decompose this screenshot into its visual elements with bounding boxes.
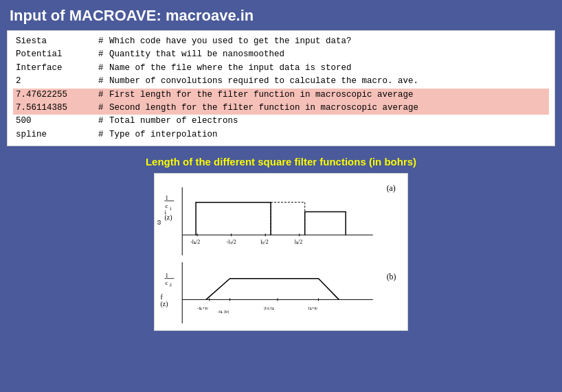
row-comment: Second length for the filter function in… — [106, 102, 549, 115]
row-value: Siesta — [13, 35, 95, 48]
row-comment: Type of interpolation — [106, 128, 549, 141]
svg-text:-l₀/2: -l₀/2 — [227, 239, 236, 245]
row-hash: # — [95, 89, 106, 102]
table-row: Interface # Name of the file where the i… — [13, 62, 549, 75]
subtitle: Length of the different square filter fu… — [0, 156, 562, 168]
svg-text:c: c — [165, 203, 168, 209]
chart-area: (a) (b) ω i (z) 1 c 1 f (z) 1 c — [0, 173, 562, 331]
svg-text:c: c — [165, 279, 168, 286]
row-value: 2 — [13, 75, 95, 88]
svg-text:2: 2 — [169, 282, 172, 287]
code-table: Siesta # Which code have you used to get… — [13, 35, 549, 141]
row-value: 7.56114385 — [13, 102, 95, 115]
row-value: Potential — [13, 48, 95, 61]
row-hash: # — [95, 35, 106, 48]
svg-text:|l₀| l₁: |l₀| l₁ — [264, 305, 273, 310]
svg-text:ω: ω — [155, 220, 162, 224]
table-row: Potential # Quantity that will be nanosm… — [13, 48, 549, 61]
svg-text:-l₁+l₀: -l₁+l₀ — [197, 305, 208, 310]
code-table-container: Siesta # Which code have you used to get… — [7, 30, 555, 146]
svg-text:-l₁/2: -l₁/2 — [190, 239, 200, 245]
svg-text:l₀/2: l₀/2 — [260, 239, 268, 245]
row-value: 7.47622255 — [13, 89, 95, 102]
row-hash: # — [95, 48, 106, 61]
svg-text:(a): (a) — [387, 183, 396, 193]
row-comment: Number of convolutions required to calcu… — [106, 75, 549, 88]
svg-text:(b): (b) — [387, 272, 396, 281]
row-hash: # — [95, 102, 106, 115]
row-hash: # — [95, 115, 106, 128]
table-row: 500 # Total number of electrons — [13, 115, 549, 128]
row-comment: First length for the filter function in … — [106, 89, 549, 102]
table-row: 7.47622255 # First length for the filter… — [13, 89, 549, 102]
row-value: spline — [13, 128, 95, 141]
svg-text:1: 1 — [165, 272, 168, 279]
table-row: spline # Type of interpolation — [13, 128, 549, 141]
filter-functions-chart: (a) (b) ω i (z) 1 c 1 f (z) 1 c — [154, 173, 408, 331]
svg-text:l₁/2: l₁/2 — [295, 239, 302, 245]
row-value: 500 — [13, 115, 95, 128]
page-title: Input of MACROAVE: macroave.in — [0, 0, 562, 30]
svg-text:(z): (z) — [161, 300, 168, 308]
svg-text:l₁+l₀: l₁+l₀ — [308, 305, 318, 310]
row-comment: Quantity that will be nanosmoothed — [106, 48, 549, 61]
row-comment: Which code have you used to get the inpu… — [106, 35, 549, 48]
row-hash: # — [95, 75, 106, 88]
svg-text:1: 1 — [169, 206, 172, 211]
table-row: Siesta # Which code have you used to get… — [13, 35, 549, 48]
row-comment: Name of the file where the input data is… — [106, 62, 549, 75]
table-row: 7.56114385 # Second length for the filte… — [13, 102, 549, 115]
table-row: 2 # Number of convolutions required to c… — [13, 75, 549, 88]
row-value: Interface — [13, 62, 95, 75]
row-comment: Total number of electrons — [106, 115, 549, 128]
row-hash: # — [95, 128, 106, 141]
svg-text:-l₁  |l₀|: -l₁ |l₀| — [218, 309, 229, 314]
svg-text:(z): (z) — [164, 214, 172, 222]
svg-rect-0 — [155, 174, 407, 330]
svg-text:1: 1 — [165, 194, 168, 201]
row-hash: # — [95, 62, 106, 75]
